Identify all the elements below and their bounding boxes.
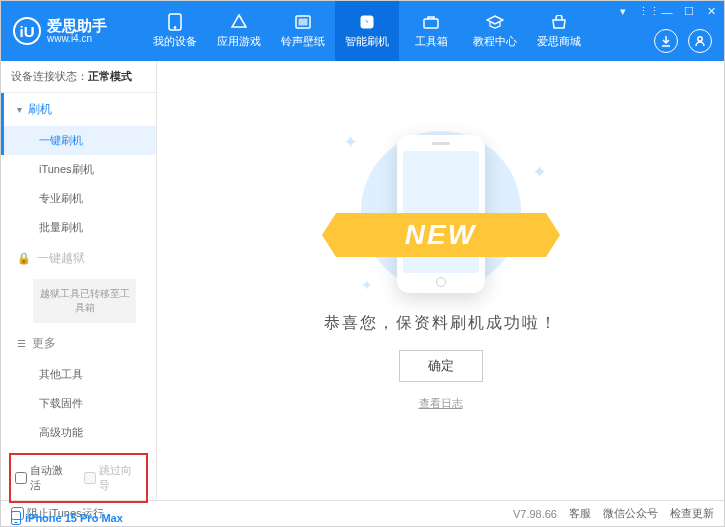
minimize-icon[interactable]: — — [660, 6, 674, 18]
phone-icon — [165, 13, 185, 31]
jailbreak-note: 越狱工具已转移至工具箱 — [33, 279, 136, 323]
device-name[interactable]: iPhone 15 Pro Max — [11, 511, 146, 525]
sidebar-section-flash[interactable]: ▾ 刷机 — [1, 93, 156, 126]
sidebar-section-more[interactable]: ☰ 更多 — [1, 327, 156, 360]
app-title: 爱思助手 — [47, 18, 107, 33]
sidebar-item-pro-flash[interactable]: 专业刷机 — [1, 184, 156, 213]
apps-icon — [229, 13, 249, 31]
nav-toolbox[interactable]: 工具箱 — [399, 1, 463, 61]
version-label: V7.98.66 — [513, 508, 557, 520]
success-illustration: ✦✦✦ NEW — [331, 121, 551, 301]
nav-ringtones[interactable]: 铃声壁纸 — [271, 1, 335, 61]
titlebar-controls: ▾ ⋮⋮ — ☐ ✕ — [616, 5, 718, 18]
wallpaper-icon — [293, 13, 313, 31]
app-subtitle: www.i4.cn — [47, 33, 107, 45]
sidebar-item-itunes-flash[interactable]: iTunes刷机 — [1, 155, 156, 184]
status-wechat[interactable]: 微信公众号 — [603, 506, 658, 521]
sidebar-item-batch-flash[interactable]: 批量刷机 — [1, 213, 156, 242]
sidebar-item-advanced[interactable]: 高级功能 — [1, 418, 156, 447]
device-icon — [11, 511, 21, 525]
nav-apps-games[interactable]: 应用游戏 — [207, 1, 271, 61]
user-button[interactable] — [688, 29, 712, 53]
connection-status: 设备连接状态：正常模式 — [1, 61, 156, 93]
main-content: ✦✦✦ NEW 恭喜您，保资料刷机成功啦！ 确定 查看日志 — [157, 61, 724, 500]
status-kefu[interactable]: 客服 — [569, 506, 591, 521]
svg-rect-5 — [424, 19, 438, 28]
status-update[interactable]: 检查更新 — [670, 506, 714, 521]
ok-button[interactable]: 确定 — [399, 350, 483, 382]
graduation-icon — [485, 13, 505, 31]
chevron-down-icon: ▾ — [17, 104, 22, 115]
sidebar-section-jailbreak[interactable]: 🔒 一键越狱 — [1, 242, 156, 275]
nav-store[interactable]: 爱思商城 — [527, 1, 591, 61]
sidebar-item-other-tools[interactable]: 其他工具 — [1, 360, 156, 389]
options-box: 自动激活 跳过向导 — [9, 453, 148, 503]
ribbon-text: NEW — [331, 213, 551, 257]
svg-rect-3 — [299, 19, 307, 25]
logo-icon: iU — [13, 17, 41, 45]
close-icon[interactable]: ✕ — [704, 5, 718, 18]
view-log-link[interactable]: 查看日志 — [419, 396, 463, 411]
sidebar-item-download-firmware[interactable]: 下载固件 — [1, 389, 156, 418]
nav-tutorials[interactable]: 教程中心 — [463, 1, 527, 61]
maximize-icon[interactable]: ☐ — [682, 5, 696, 18]
toolbox-icon — [421, 13, 441, 31]
sidebar: 设备连接状态：正常模式 ▾ 刷机 一键刷机 iTunes刷机 专业刷机 批量刷机… — [1, 61, 157, 500]
success-message: 恭喜您，保资料刷机成功啦！ — [324, 313, 558, 334]
svg-point-1 — [174, 27, 176, 29]
device-info: iPhone 15 Pro Max 512GB iPhone — [1, 507, 156, 527]
sidebar-item-one-key-flash[interactable]: 一键刷机 — [1, 126, 156, 155]
app-logo: iU 爱思助手 www.i4.cn — [1, 17, 143, 45]
list-icon: ☰ — [17, 338, 26, 349]
checkbox-auto-activate[interactable]: 自动激活 — [15, 463, 74, 493]
grid-icon[interactable]: ⋮⋮ — [638, 5, 652, 18]
main-nav: 我的设备 应用游戏 铃声壁纸 智能刷机 工具箱 教程中心 爱思商城 — [143, 1, 591, 61]
flash-icon — [357, 13, 377, 31]
checkbox-skip-setup[interactable]: 跳过向导 — [84, 463, 143, 493]
store-icon — [549, 13, 569, 31]
app-header: iU 爱思助手 www.i4.cn 我的设备 应用游戏 铃声壁纸 智能刷机 工具… — [1, 1, 724, 61]
download-button[interactable] — [654, 29, 678, 53]
nav-smart-flash[interactable]: 智能刷机 — [335, 1, 399, 61]
nav-my-device[interactable]: 我的设备 — [143, 1, 207, 61]
lock-icon: 🔒 — [17, 252, 31, 265]
menu-icon[interactable]: ▾ — [616, 5, 630, 18]
svg-point-6 — [698, 37, 702, 41]
